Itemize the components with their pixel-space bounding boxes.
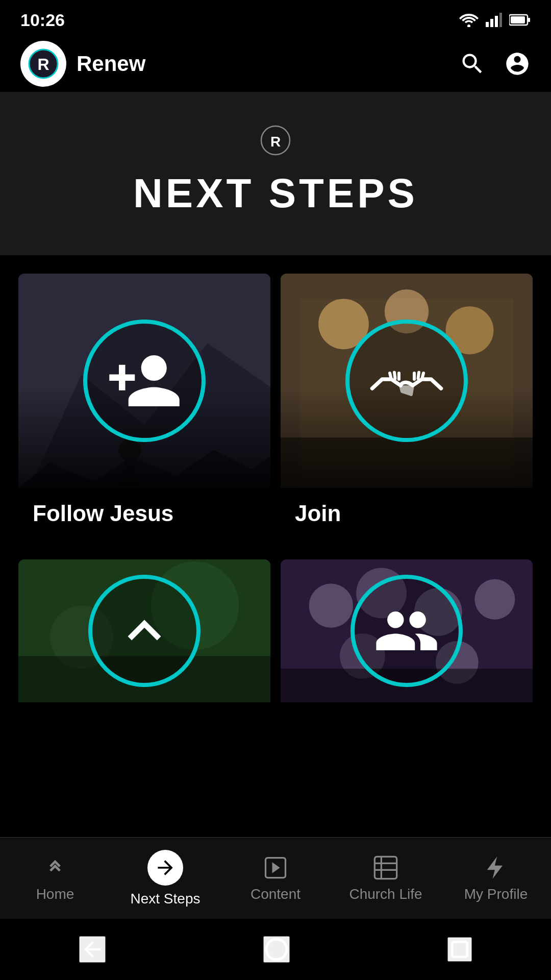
- battery-icon: [509, 14, 531, 26]
- svg-rect-7: [511, 16, 525, 23]
- nav-item-next-steps[interactable]: Next Steps: [124, 850, 206, 907]
- nav-home-label: Home: [36, 886, 74, 902]
- card-4-partial[interactable]: [281, 559, 533, 702]
- card-4-icon: [350, 575, 463, 687]
- search-button[interactable]: [459, 51, 486, 77]
- svg-point-17: [118, 439, 141, 461]
- nav-actions: [459, 51, 531, 77]
- brand-logo: R: [20, 41, 66, 87]
- person-add-icon: [106, 342, 183, 419]
- cards-grid-bottom: [0, 549, 551, 702]
- svg-text:R: R: [270, 134, 281, 150]
- follow-jesus-label: Follow Jesus: [18, 488, 270, 539]
- svg-rect-15: [114, 476, 129, 488]
- svg-rect-16: [128, 476, 143, 488]
- follow-jesus-text: Follow Jesus: [33, 501, 173, 526]
- nav-item-my-profile[interactable]: My Profile: [455, 854, 537, 902]
- brand-logo-icon: R: [28, 48, 59, 79]
- svg-marker-18: [18, 450, 270, 488]
- bottom-nav: Home Next Steps Content Church Life My P…: [0, 837, 551, 919]
- hero-section: R NEXT STEPS: [0, 92, 551, 255]
- chevron-up-icon: [111, 598, 178, 664]
- card-join[interactable]: Join: [281, 274, 533, 539]
- card-join-bg: [281, 274, 533, 488]
- signal-icon: [486, 13, 502, 27]
- content-icon: [262, 854, 289, 881]
- card-follow-jesus[interactable]: Follow Jesus: [18, 274, 270, 539]
- nav-my-profile-label: My Profile: [464, 886, 528, 902]
- svg-rect-24: [281, 437, 533, 488]
- nav-item-home[interactable]: Home: [14, 854, 96, 902]
- home-icon: [42, 854, 68, 881]
- svg-rect-14: [126, 456, 134, 488]
- nav-content-label: Content: [251, 886, 300, 902]
- svg-rect-6: [528, 18, 530, 22]
- page-title: NEXT STEPS: [133, 170, 418, 217]
- nav-church-life-label: Church Life: [349, 886, 422, 902]
- cards-separator: [0, 539, 551, 549]
- android-recents-button[interactable]: [447, 937, 472, 962]
- church-life-icon: [372, 854, 399, 881]
- back-icon: [80, 937, 105, 962]
- nav-next-steps-label: Next Steps: [131, 891, 201, 907]
- svg-rect-4: [499, 13, 502, 27]
- svg-marker-38: [272, 862, 280, 873]
- svg-rect-3: [495, 16, 498, 27]
- wifi-icon: [459, 13, 479, 27]
- svg-point-30: [309, 583, 353, 627]
- card-3-partial[interactable]: [18, 559, 270, 702]
- hero-logo: R: [260, 125, 291, 158]
- search-icon: [459, 51, 486, 77]
- top-nav: R Renew: [0, 36, 551, 92]
- hero-logo-icon: R: [260, 125, 291, 156]
- my-profile-icon: [483, 854, 509, 881]
- nav-item-content[interactable]: Content: [235, 854, 316, 902]
- next-steps-icon: [154, 856, 177, 879]
- svg-text:R: R: [37, 55, 49, 74]
- android-back-button[interactable]: [79, 936, 106, 963]
- join-icon-circle: [345, 320, 468, 442]
- svg-point-0: [467, 24, 470, 27]
- nav-brand: R Renew: [20, 41, 145, 87]
- join-text: Join: [295, 501, 341, 526]
- svg-rect-2: [490, 19, 493, 27]
- status-bar: 10:26: [0, 0, 551, 36]
- join-label: Join: [281, 488, 533, 539]
- svg-rect-44: [453, 942, 467, 957]
- status-time: 10:26: [20, 10, 65, 30]
- svg-point-43: [266, 939, 287, 960]
- card-3-icon: [88, 575, 201, 687]
- next-steps-circle: [147, 850, 183, 886]
- account-icon: [504, 51, 531, 77]
- people-icon: [373, 598, 440, 664]
- android-home-icon: [264, 937, 289, 962]
- svg-point-33: [474, 579, 515, 620]
- svg-rect-1: [486, 22, 489, 27]
- card-follow-jesus-bg: [18, 274, 270, 488]
- brand-name: Renew: [77, 52, 145, 76]
- android-nav: [0, 919, 551, 980]
- svg-rect-39: [374, 856, 396, 878]
- follow-jesus-icon-circle: [83, 320, 206, 442]
- android-home-button[interactable]: [263, 936, 290, 963]
- status-icons: [459, 13, 531, 27]
- recents-icon: [448, 938, 471, 961]
- nav-item-church-life[interactable]: Church Life: [345, 854, 427, 902]
- profile-button[interactable]: [504, 51, 531, 77]
- cards-grid: Follow Jesus: [0, 255, 551, 539]
